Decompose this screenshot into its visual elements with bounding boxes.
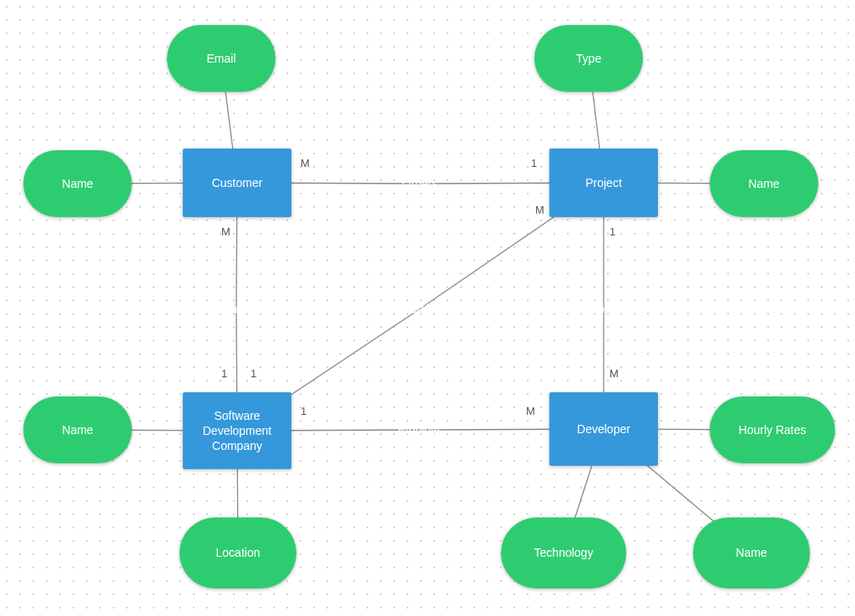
attribute-label: Hourly Rates bbox=[739, 422, 807, 437]
cardinality-label: 1 bbox=[301, 405, 306, 417]
relationship-pays[interactable]: Pays bbox=[182, 280, 291, 338]
entity-project[interactable]: Project bbox=[549, 149, 658, 217]
relationship-label: Pays bbox=[223, 301, 249, 316]
attribute-label: Location bbox=[216, 545, 261, 560]
attribute-developer-hourly-rates[interactable]: Hourly Rates bbox=[710, 396, 835, 463]
relationship-employs[interactable]: Employs bbox=[366, 401, 474, 459]
relationship-works[interactable]: Works bbox=[549, 280, 658, 338]
attribute-label: Technology bbox=[534, 545, 594, 560]
relationship-label: Orders bbox=[402, 176, 438, 191]
attribute-project-type[interactable]: Type bbox=[534, 25, 643, 92]
attribute-company-name[interactable]: Name bbox=[23, 396, 132, 463]
cardinality-label: M bbox=[535, 204, 544, 216]
attribute-customer-name[interactable]: Name bbox=[23, 150, 132, 217]
attribute-customer-email[interactable]: Email bbox=[167, 25, 276, 92]
attribute-label: Type bbox=[576, 51, 601, 66]
attribute-company-location[interactable]: Location bbox=[180, 518, 296, 588]
entity-customer[interactable]: Customer bbox=[183, 149, 291, 217]
cardinality-label: 1 bbox=[250, 367, 256, 380]
entity-company[interactable]: Software Development Company bbox=[183, 392, 291, 469]
attribute-project-name[interactable]: Name bbox=[710, 150, 818, 217]
relationship-label: Employs bbox=[397, 422, 443, 437]
cardinality-label: M bbox=[526, 405, 535, 417]
attribute-label: Name bbox=[62, 176, 93, 191]
cardinality-label: 1 bbox=[610, 225, 615, 238]
relationship-label: Specializes bbox=[391, 301, 450, 316]
attribute-developer-technology[interactable]: Technology bbox=[501, 518, 626, 588]
cardinality-label: M bbox=[221, 225, 230, 238]
cardinality-label: M bbox=[610, 367, 619, 380]
cardinality-label: 1 bbox=[531, 157, 537, 169]
entity-developer[interactable]: Developer bbox=[549, 392, 658, 466]
attribute-developer-name[interactable]: Name bbox=[693, 518, 810, 588]
entity-label: Developer bbox=[577, 422, 630, 437]
entity-label: Project bbox=[585, 175, 622, 190]
attribute-label: Email bbox=[206, 51, 235, 66]
attribute-label: Name bbox=[736, 545, 766, 560]
entity-label: Customer bbox=[212, 175, 263, 190]
cardinality-label: M bbox=[301, 157, 310, 169]
cardinality-label: 1 bbox=[221, 367, 227, 380]
entity-label: Software Development Company bbox=[188, 408, 286, 454]
relationship-orders[interactable]: Orders bbox=[366, 154, 474, 213]
attribute-label: Name bbox=[748, 176, 779, 191]
attribute-label: Name bbox=[62, 422, 93, 437]
relationship-specializes[interactable]: Specializes bbox=[366, 280, 474, 338]
relationship-label: Works bbox=[587, 301, 620, 316]
